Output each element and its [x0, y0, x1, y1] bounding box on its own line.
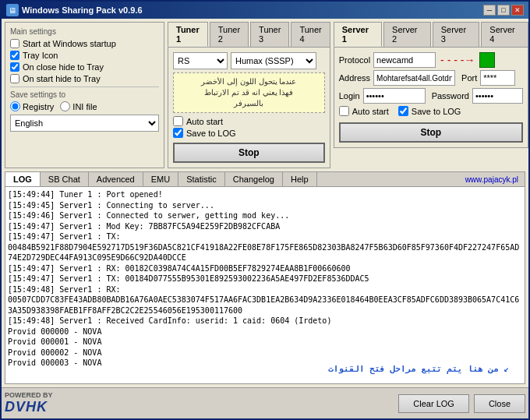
- password-label: Password: [432, 91, 469, 101]
- server-tab-bar: Server 1 Server 2 Server 3 Server 4: [334, 22, 528, 47]
- log-section: LOG SB Chat Advenced EMU Statistic Chang…: [5, 171, 525, 384]
- password-input[interactable]: [472, 88, 523, 104]
- log-line: [15:49:47] Server1 : TX:: [8, 231, 522, 242]
- log-line: [15:49:47] Server1 : TX: 00184D077555B95…: [8, 274, 522, 284]
- top-section: Main settings Start at Windows startup T…: [5, 22, 525, 168]
- annotation-line1: عندما يتحول اللون إلى الأخضر: [177, 76, 321, 87]
- close-window-button[interactable]: ✕: [511, 5, 524, 16]
- main-settings-panel: Main settings Start at Windows startup T…: [5, 22, 164, 168]
- tuner-tab-group: Tuner 1 Tuner 2 Tuner 3 Tuner 4 RS Humax…: [168, 22, 330, 168]
- server-tab-4[interactable]: Server 4: [481, 22, 528, 47]
- tuner-save-log-label: Save to LOG: [186, 129, 236, 138]
- server-tab-1[interactable]: Server 1: [334, 22, 382, 47]
- port-input[interactable]: [480, 70, 515, 86]
- clear-log-button[interactable]: Clear LOG: [398, 394, 469, 413]
- log-line: [15:49:48] Server1 : Received CardInfo: …: [8, 316, 522, 326]
- close-hide-checkbox[interactable]: [10, 62, 19, 72]
- main-window: 🖥 Windows Sharing Pack v0.9.6 ─ □ ✕ Main…: [0, 0, 530, 420]
- tuner-device-select[interactable]: Humax (SSSP): [231, 52, 316, 69]
- log-body[interactable]: [15:49:44] Tuner 1 : Port opened![15:49:…: [5, 187, 525, 383]
- login-row: Login Password: [339, 88, 523, 104]
- log-tab-emu[interactable]: EMU: [143, 172, 178, 186]
- server-auto-start-label: Auto start: [352, 107, 389, 116]
- server-tab-2[interactable]: Server 2: [383, 22, 431, 47]
- address-row: Address Port: [339, 70, 523, 86]
- log-line: [15:49:48] Server1 : RX:: [8, 284, 522, 295]
- registry-radio[interactable]: [10, 101, 20, 111]
- start-hide-checkbox[interactable]: [10, 74, 19, 83]
- log-tab-log[interactable]: LOG: [5, 172, 41, 186]
- ini-radio-row: INI file: [60, 101, 97, 111]
- log-line: [15:49:47] Server1 : Mod Key: 7BB87FC5A9…: [8, 221, 522, 232]
- log-line: Provid 000003 - NOVA: [8, 358, 522, 369]
- save-settings-label: Save settings to: [10, 90, 159, 99]
- minimize-button[interactable]: ─: [483, 5, 496, 16]
- log-url: www.pajacyk.pl: [465, 175, 525, 184]
- log-tab-changelog[interactable]: Changelog: [225, 172, 283, 186]
- tray-icon-label: Tray Icon: [23, 51, 58, 60]
- startup-row: Start at Windows startup: [10, 39, 159, 48]
- log-line: [15:49:45] Server1 : Connecting to serve…: [8, 200, 522, 211]
- tuner-tab-2[interactable]: Tuner 2: [210, 22, 249, 47]
- language-row: English: [10, 115, 159, 132]
- server-save-log-row: Save to LOG: [398, 106, 461, 116]
- server-auto-start-row: Auto start: [339, 106, 389, 116]
- login-input[interactable]: [363, 88, 426, 104]
- tuner-auto-start-checkbox[interactable]: [173, 116, 183, 126]
- tuner-tab-bar: Tuner 1 Tuner 2 Tuner 3 Tuner 4: [168, 22, 330, 47]
- dvhk-logo: DVHK: [5, 399, 48, 415]
- registry-label: Registry: [23, 102, 54, 111]
- window-title: Windows Sharing Pack v0.9.6: [22, 5, 143, 15]
- tuner-tab-4[interactable]: Tuner 4: [291, 22, 330, 47]
- annotation-line3: بالسيرفر: [177, 98, 321, 109]
- protocol-input[interactable]: [373, 52, 436, 68]
- tuner-auto-start-row: Auto start: [173, 116, 325, 126]
- startup-label: Start at Windows startup: [23, 39, 116, 48]
- tuner-save-log-row: Save to LOG: [173, 128, 325, 138]
- log-line: [15:49:44] Tuner 1 : Port opened!: [8, 189, 522, 200]
- log-line: Provid 000001 - NOVA: [8, 337, 522, 348]
- log-tab-advenced[interactable]: Advenced: [89, 172, 143, 186]
- close-hide-row: On close hide to Tray: [10, 62, 159, 72]
- log-line: 00484B5921F88D7904E592717D519F36DA5C821C…: [8, 242, 522, 263]
- log-tab-help[interactable]: Help: [283, 172, 317, 186]
- log-line: Provid 000000 - NOVA: [8, 326, 522, 337]
- main-content: Main settings Start at Windows startup T…: [2, 19, 528, 387]
- tuner-tab-3[interactable]: Tuner 3: [250, 22, 289, 47]
- startup-checkbox[interactable]: [10, 39, 19, 48]
- bottom-bar: POWERED BY DVHK Clear LOG Close: [2, 387, 528, 418]
- close-button[interactable]: Close: [474, 394, 525, 413]
- log-tab-bar: LOG SB Chat Advenced EMU Statistic Chang…: [5, 172, 525, 187]
- tray-icon-checkbox[interactable]: [10, 51, 19, 60]
- start-hide-label: On start hide to Tray: [23, 74, 101, 83]
- tuner-rs-select[interactable]: RS: [173, 52, 228, 69]
- log-tab-sbchat[interactable]: SB Chat: [41, 172, 89, 186]
- server-options-row: Auto start Save to LOG: [339, 106, 523, 118]
- tuner-tab-1[interactable]: Tuner 1: [168, 22, 208, 47]
- server-stop-button[interactable]: Stop: [339, 122, 523, 143]
- title-bar: 🖥 Windows Sharing Pack v0.9.6 ─ □ ✕: [2, 2, 528, 19]
- server-tab-group: Server 1 Server 2 Server 3 Server 4 Prot…: [334, 22, 528, 168]
- separator-1: [10, 86, 159, 87]
- log-line: [15:49:47] Server1 : RX: 00182C0398A74C4…: [8, 263, 522, 274]
- log-line: 00507CDD7C83FE43ADB80BADB16A76A0AEC53830…: [8, 295, 522, 316]
- ini-radio[interactable]: [60, 101, 70, 111]
- protocol-label: Protocol: [339, 55, 370, 65]
- server-auto-start-checkbox[interactable]: [339, 106, 349, 116]
- title-buttons: ─ □ ✕: [483, 5, 524, 16]
- tuner-save-log-checkbox[interactable]: [173, 128, 183, 138]
- tuner-stop-button[interactable]: Stop: [173, 143, 325, 163]
- language-select[interactable]: English: [10, 115, 159, 132]
- log-tab-statistic[interactable]: Statistic: [178, 172, 225, 186]
- start-hide-row: On start hide to Tray: [10, 74, 159, 83]
- save-radio-group: Registry INI file: [10, 101, 159, 111]
- maximize-button[interactable]: □: [497, 5, 510, 16]
- log-line: [15:49:46] Server1 : Connected to serwer…: [8, 210, 522, 221]
- address-input[interactable]: [373, 70, 455, 86]
- tuner-annotation: عندما يتحول اللون إلى الأخضر فهذا يعني ا…: [173, 72, 325, 113]
- server-save-log-checkbox[interactable]: [398, 106, 408, 116]
- server-tab-3[interactable]: Server 3: [433, 22, 480, 47]
- tuner-content: RS Humax (SSSP) عندما يتحول اللون إلى ال…: [168, 47, 330, 168]
- title-bar-left: 🖥 Windows Sharing Pack v0.9.6: [6, 4, 143, 16]
- main-settings-label: Main settings: [10, 27, 159, 36]
